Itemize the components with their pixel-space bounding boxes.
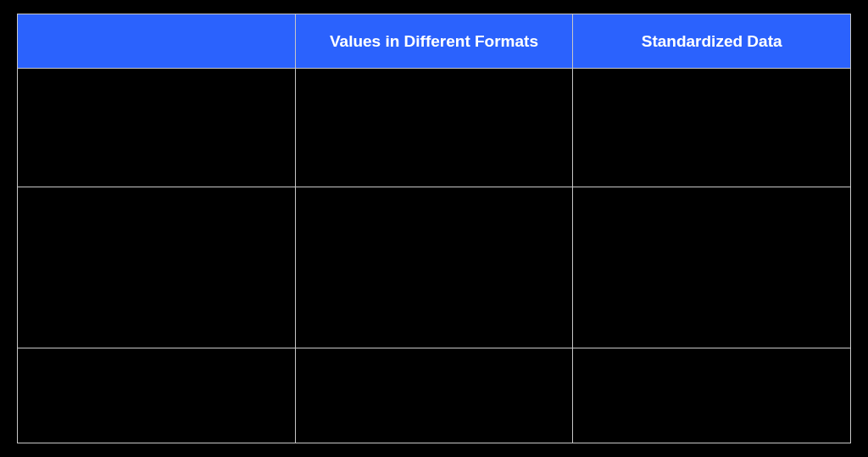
table-cell <box>295 348 573 443</box>
table-header-blank <box>18 14 296 69</box>
table-cell <box>18 69 296 187</box>
table-header-standardized: Standardized Data <box>573 14 851 69</box>
table-header-values: Values in Different Formats <box>295 14 573 69</box>
table-row <box>18 187 851 348</box>
table-cell <box>573 348 851 443</box>
table-cell <box>18 348 296 443</box>
data-table: Values in Different Formats Standardized… <box>17 14 851 443</box>
table-row <box>18 69 851 187</box>
table-cell <box>295 69 573 187</box>
table-cell <box>18 187 296 348</box>
table-row <box>18 348 851 443</box>
table-cell <box>573 69 851 187</box>
table-cell <box>295 187 573 348</box>
table-cell <box>573 187 851 348</box>
table-header-row: Values in Different Formats Standardized… <box>18 14 851 69</box>
